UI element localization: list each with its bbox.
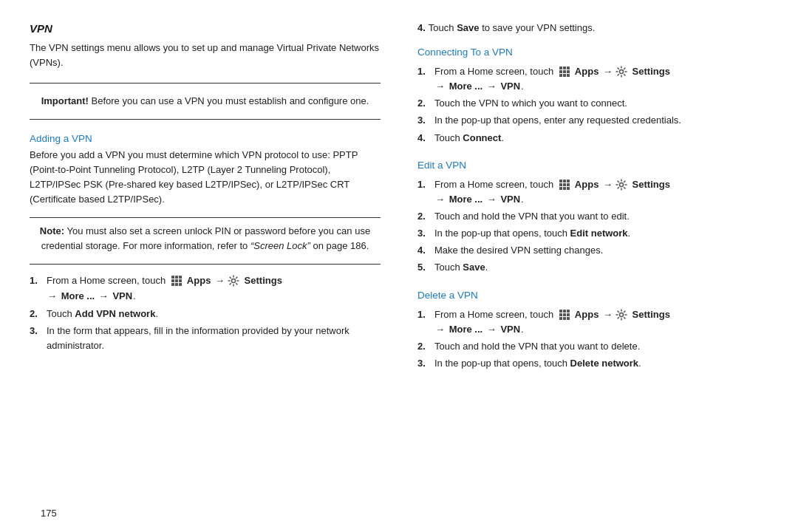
connecting-step-3: 3. In the pop-up that opens, enter any r… xyxy=(417,113,768,128)
delete-steps: 1. From a Home screen, touch xyxy=(417,307,768,374)
svg-rect-21 xyxy=(563,180,566,183)
svg-rect-18 xyxy=(567,74,570,77)
left-step-3: 3. In the form that appears, fill in the… xyxy=(30,324,381,353)
adding-vpn-body: Before you add a VPN you must determine … xyxy=(30,148,381,208)
step-num-1: 1. xyxy=(30,273,43,288)
svg-rect-32 xyxy=(567,310,570,313)
edit-step-5: 5. Touch Save. xyxy=(417,260,768,275)
svg-rect-15 xyxy=(567,70,570,73)
right-step4: 4. Touch Save to save your VPN settings. xyxy=(417,22,768,33)
svg-rect-14 xyxy=(563,70,566,73)
conn-apps-grid-icon xyxy=(558,65,571,78)
svg-rect-23 xyxy=(559,183,562,186)
svg-rect-2 xyxy=(179,276,182,279)
svg-rect-13 xyxy=(559,70,562,73)
step1-arrow3: → xyxy=(99,289,112,304)
svg-rect-1 xyxy=(175,276,178,279)
svg-rect-26 xyxy=(559,187,562,190)
svg-rect-22 xyxy=(567,180,570,183)
step1-vpn: VPN xyxy=(112,289,132,304)
svg-rect-27 xyxy=(563,187,566,190)
edit-heading: Edit a VPN xyxy=(417,160,768,171)
intro-text: The VPN settings menu allows you to set … xyxy=(30,41,381,69)
svg-point-39 xyxy=(619,313,623,316)
svg-rect-35 xyxy=(567,313,570,316)
apps-grid-icon xyxy=(170,274,183,287)
connecting-step-2: 2. Touch the VPN to which you want to co… xyxy=(417,96,768,111)
edit-step-2: 2. Touch and hold the VPN that you want … xyxy=(417,209,768,224)
svg-rect-7 xyxy=(175,283,178,286)
step-content-3: In the form that appears, fill in the in… xyxy=(47,324,381,353)
svg-rect-11 xyxy=(563,66,566,69)
svg-rect-6 xyxy=(171,283,174,286)
svg-rect-17 xyxy=(563,74,566,77)
svg-rect-8 xyxy=(179,283,182,286)
edit-gear-icon xyxy=(615,178,628,191)
divider-1 xyxy=(30,83,381,83)
svg-rect-10 xyxy=(559,66,562,69)
conn-gear-icon xyxy=(615,65,628,78)
conn-step-num-1: 1. xyxy=(417,64,431,79)
svg-rect-30 xyxy=(559,310,562,313)
edit-step-1: 1. From a Home screen, touch xyxy=(417,177,768,207)
svg-rect-12 xyxy=(567,66,570,69)
connecting-step-4: 4. Touch Connect. xyxy=(417,131,768,146)
important-box: Important! Before you can use a VPN you … xyxy=(30,89,381,113)
delete-step-3: 3. In the pop-up that opens, touch Delet… xyxy=(417,356,768,371)
svg-rect-5 xyxy=(179,279,182,282)
step-content-1: From a Home screen, touch xyxy=(47,273,381,304)
vpn-title: VPN xyxy=(30,22,381,35)
step1-settings: Settings xyxy=(242,273,282,288)
edit-step-3: 3. In the pop-up that opens, touch Edit … xyxy=(417,226,768,241)
left-steps: 1. From a Home screen, touch xyxy=(30,273,381,355)
right-step4-num: 4. xyxy=(417,22,426,33)
page-number: 175 xyxy=(41,508,57,519)
step1-prefix: From a Home screen, touch xyxy=(47,273,168,288)
del-apps-grid-icon xyxy=(558,308,571,321)
left-step-2: 2. Touch Add VPN network. xyxy=(30,307,381,321)
svg-rect-33 xyxy=(559,313,562,316)
svg-point-29 xyxy=(619,183,623,186)
svg-point-9 xyxy=(231,279,235,283)
step-content-2: Touch Add VPN network. xyxy=(47,307,381,321)
svg-rect-38 xyxy=(567,317,570,320)
divider-4 xyxy=(30,264,381,265)
svg-rect-20 xyxy=(559,180,562,183)
delete-step-2: 2. Touch and hold the VPN that you want … xyxy=(417,339,768,354)
step1-arrow2: → xyxy=(47,289,60,304)
important-text: Before you can use a VPN you must establ… xyxy=(89,95,369,106)
step-num-2: 2. xyxy=(30,307,43,321)
left-step-1: 1. From a Home screen, touch xyxy=(30,273,381,304)
important-label: Important! xyxy=(41,95,89,106)
edit-steps: 1. From a Home screen, touch xyxy=(417,177,768,278)
step2-bold: Add VPN network xyxy=(75,308,155,319)
note-italic: “Screen Lock” xyxy=(250,240,310,251)
settings-gear-icon-1 xyxy=(227,274,240,287)
svg-rect-3 xyxy=(171,279,174,282)
delete-step-1: 1. From a Home screen, touch xyxy=(417,307,768,337)
conn-step-content-1: From a Home screen, touch xyxy=(434,64,768,94)
adding-vpn-heading: Adding a VPN xyxy=(30,133,381,144)
step1-arrow1: → xyxy=(215,273,225,288)
svg-rect-34 xyxy=(563,313,566,316)
step1-apps: Apps xyxy=(185,273,214,288)
svg-point-19 xyxy=(619,70,623,74)
note-box: Note: You must also set a screen unlock … xyxy=(30,224,381,253)
connecting-heading: Connecting To a VPN xyxy=(417,47,768,58)
svg-rect-0 xyxy=(171,276,174,279)
svg-rect-28 xyxy=(567,187,570,190)
svg-rect-37 xyxy=(563,317,566,320)
divider-3 xyxy=(30,217,381,218)
step-num-3: 3. xyxy=(30,324,43,338)
svg-rect-16 xyxy=(559,74,562,77)
connecting-steps: 1. From a Home screen, touch xyxy=(417,64,768,148)
edit-apps-grid-icon xyxy=(558,178,571,191)
note-end: on page 186. xyxy=(310,240,369,251)
svg-rect-4 xyxy=(175,279,178,282)
svg-rect-31 xyxy=(563,310,566,313)
divider-2 xyxy=(30,119,381,120)
delete-heading: Delete a VPN xyxy=(417,290,768,301)
del-gear-icon xyxy=(615,308,628,321)
svg-rect-36 xyxy=(559,317,562,320)
edit-step-4: 4. Make the desired VPN setting changes. xyxy=(417,243,768,258)
